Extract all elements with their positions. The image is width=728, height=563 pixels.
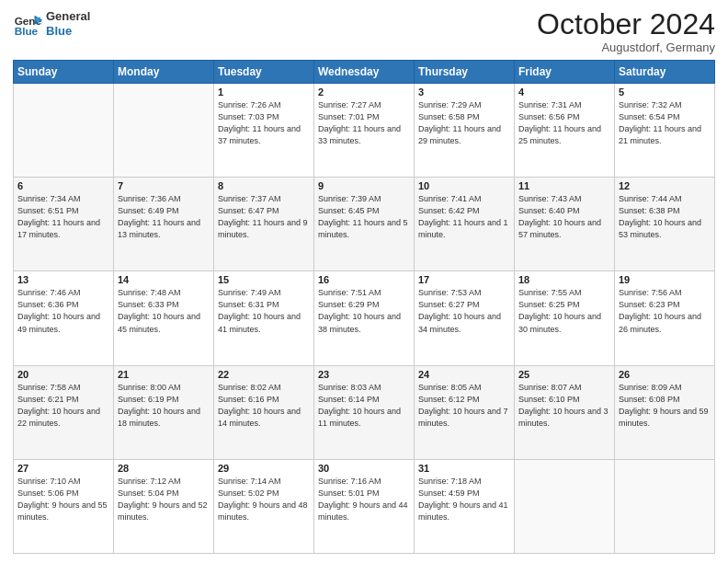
calendar-cell: 11Sunrise: 7:43 AM Sunset: 6:40 PM Dayli… (515, 178, 615, 271)
calendar-cell: 28Sunrise: 7:12 AM Sunset: 5:04 PM Dayli… (114, 459, 214, 553)
day-number: 6 (17, 180, 109, 191)
day-number: 18 (518, 274, 610, 285)
day-info: Sunrise: 7:34 AM Sunset: 6:51 PM Dayligh… (17, 193, 109, 241)
day-number: 30 (318, 463, 410, 474)
day-info: Sunrise: 8:03 AM Sunset: 6:14 PM Dayligh… (318, 382, 410, 430)
location: Augustdorf, Germany (537, 40, 715, 54)
day-number: 17 (418, 274, 510, 285)
calendar-cell: 24Sunrise: 8:05 AM Sunset: 6:12 PM Dayli… (415, 365, 515, 459)
day-info: Sunrise: 7:51 AM Sunset: 6:29 PM Dayligh… (318, 287, 410, 335)
calendar-week-2: 6Sunrise: 7:34 AM Sunset: 6:51 PM Daylig… (14, 178, 715, 271)
calendar-cell: 29Sunrise: 7:14 AM Sunset: 5:02 PM Dayli… (214, 459, 314, 553)
calendar-cell: 31Sunrise: 7:18 AM Sunset: 4:59 PM Dayli… (415, 459, 515, 553)
title-block: October 2024 Augustdorf, Germany (537, 9, 715, 54)
day-info: Sunrise: 7:36 AM Sunset: 6:49 PM Dayligh… (118, 193, 210, 241)
day-info: Sunrise: 7:12 AM Sunset: 5:04 PM Dayligh… (118, 476, 210, 523)
calendar-week-3: 13Sunrise: 7:46 AM Sunset: 6:36 PM Dayli… (14, 271, 715, 365)
calendar-cell (515, 459, 615, 553)
calendar-header-friday: Friday (515, 61, 615, 84)
calendar-cell: 13Sunrise: 7:46 AM Sunset: 6:36 PM Dayli… (14, 271, 114, 365)
day-number: 29 (218, 463, 310, 474)
day-number: 26 (619, 369, 711, 380)
day-info: Sunrise: 7:49 AM Sunset: 6:31 PM Dayligh… (218, 287, 310, 335)
calendar-week-5: 27Sunrise: 7:10 AM Sunset: 5:06 PM Dayli… (14, 459, 715, 553)
logo-blue: Blue (46, 24, 90, 39)
calendar-cell: 7Sunrise: 7:36 AM Sunset: 6:49 PM Daylig… (114, 178, 214, 271)
calendar-cell: 23Sunrise: 8:03 AM Sunset: 6:14 PM Dayli… (314, 365, 415, 459)
day-info: Sunrise: 8:02 AM Sunset: 6:16 PM Dayligh… (218, 382, 310, 430)
day-number: 23 (318, 369, 410, 380)
calendar-cell: 8Sunrise: 7:37 AM Sunset: 6:47 PM Daylig… (214, 178, 314, 271)
day-info: Sunrise: 8:05 AM Sunset: 6:12 PM Dayligh… (418, 382, 510, 430)
day-number: 11 (518, 180, 610, 191)
day-info: Sunrise: 7:29 AM Sunset: 6:58 PM Dayligh… (418, 99, 510, 147)
day-info: Sunrise: 7:55 AM Sunset: 6:25 PM Dayligh… (518, 287, 610, 335)
day-number: 7 (118, 180, 210, 191)
day-info: Sunrise: 7:53 AM Sunset: 6:27 PM Dayligh… (418, 287, 510, 335)
day-number: 19 (619, 274, 711, 285)
calendar-table: SundayMondayTuesdayWednesdayThursdayFrid… (13, 60, 715, 554)
calendar-header-thursday: Thursday (415, 61, 515, 84)
calendar-cell: 26Sunrise: 8:09 AM Sunset: 6:08 PM Dayli… (615, 365, 715, 459)
calendar-header-saturday: Saturday (615, 61, 715, 84)
day-number: 16 (318, 274, 410, 285)
day-number: 31 (418, 463, 510, 474)
day-number: 21 (118, 369, 210, 380)
day-number: 5 (619, 86, 711, 98)
calendar-cell (615, 459, 715, 553)
day-number: 28 (118, 463, 210, 474)
day-number: 8 (218, 180, 310, 191)
calendar-cell (114, 84, 214, 178)
day-number: 14 (118, 274, 210, 285)
calendar-cell: 25Sunrise: 8:07 AM Sunset: 6:10 PM Dayli… (515, 365, 615, 459)
calendar-cell: 5Sunrise: 7:32 AM Sunset: 6:54 PM Daylig… (615, 84, 715, 178)
calendar-cell: 27Sunrise: 7:10 AM Sunset: 5:06 PM Dayli… (14, 459, 114, 553)
calendar-cell: 1Sunrise: 7:26 AM Sunset: 7:03 PM Daylig… (214, 84, 314, 178)
day-info: Sunrise: 7:44 AM Sunset: 6:38 PM Dayligh… (619, 193, 711, 241)
day-number: 25 (518, 369, 610, 380)
day-info: Sunrise: 8:00 AM Sunset: 6:19 PM Dayligh… (118, 382, 210, 430)
day-info: Sunrise: 7:18 AM Sunset: 4:59 PM Dayligh… (418, 476, 510, 523)
day-info: Sunrise: 7:26 AM Sunset: 7:03 PM Dayligh… (218, 99, 310, 147)
calendar-header-monday: Monday (114, 61, 214, 84)
calendar-cell: 18Sunrise: 7:55 AM Sunset: 6:25 PM Dayli… (515, 271, 615, 365)
day-number: 24 (418, 369, 510, 380)
calendar-header-tuesday: Tuesday (214, 61, 314, 84)
day-info: Sunrise: 7:31 AM Sunset: 6:56 PM Dayligh… (518, 99, 610, 147)
day-number: 20 (17, 369, 109, 380)
day-info: Sunrise: 7:32 AM Sunset: 6:54 PM Dayligh… (619, 99, 711, 147)
day-number: 13 (17, 274, 109, 285)
calendar-cell: 2Sunrise: 7:27 AM Sunset: 7:01 PM Daylig… (314, 84, 415, 178)
calendar-cell: 4Sunrise: 7:31 AM Sunset: 6:56 PM Daylig… (515, 84, 615, 178)
day-info: Sunrise: 8:09 AM Sunset: 6:08 PM Dayligh… (619, 382, 711, 430)
day-info: Sunrise: 7:37 AM Sunset: 6:47 PM Dayligh… (218, 193, 310, 241)
calendar-cell: 19Sunrise: 7:56 AM Sunset: 6:23 PM Dayli… (615, 271, 715, 365)
logo-general: General (46, 9, 90, 24)
day-number: 4 (518, 86, 610, 98)
calendar-cell: 6Sunrise: 7:34 AM Sunset: 6:51 PM Daylig… (14, 178, 114, 271)
calendar-cell: 17Sunrise: 7:53 AM Sunset: 6:27 PM Dayli… (415, 271, 515, 365)
day-info: Sunrise: 7:46 AM Sunset: 6:36 PM Dayligh… (17, 287, 109, 335)
day-number: 15 (218, 274, 310, 285)
calendar-cell: 16Sunrise: 7:51 AM Sunset: 6:29 PM Dayli… (314, 271, 415, 365)
day-info: Sunrise: 7:43 AM Sunset: 6:40 PM Dayligh… (518, 193, 610, 241)
calendar-cell: 9Sunrise: 7:39 AM Sunset: 6:45 PM Daylig… (314, 178, 415, 271)
calendar-header-wednesday: Wednesday (314, 61, 415, 84)
calendar-cell: 22Sunrise: 8:02 AM Sunset: 6:16 PM Dayli… (214, 365, 314, 459)
month-title: October 2024 (537, 9, 715, 39)
day-info: Sunrise: 7:27 AM Sunset: 7:01 PM Dayligh… (318, 99, 410, 147)
day-number: 10 (418, 180, 510, 191)
day-info: Sunrise: 7:10 AM Sunset: 5:06 PM Dayligh… (17, 476, 109, 523)
day-number: 9 (318, 180, 410, 191)
calendar-header-row: SundayMondayTuesdayWednesdayThursdayFrid… (14, 61, 715, 84)
calendar-cell: 10Sunrise: 7:41 AM Sunset: 6:42 PM Dayli… (415, 178, 515, 271)
calendar-cell: 15Sunrise: 7:49 AM Sunset: 6:31 PM Dayli… (214, 271, 314, 365)
header: General Blue General Blue October 2024 A… (13, 9, 715, 54)
day-info: Sunrise: 8:07 AM Sunset: 6:10 PM Dayligh… (518, 382, 610, 430)
day-info: Sunrise: 7:48 AM Sunset: 6:33 PM Dayligh… (118, 287, 210, 335)
day-number: 3 (418, 86, 510, 98)
svg-text:Blue: Blue (15, 25, 39, 37)
calendar-cell: 14Sunrise: 7:48 AM Sunset: 6:33 PM Dayli… (114, 271, 214, 365)
day-info: Sunrise: 7:39 AM Sunset: 6:45 PM Dayligh… (318, 193, 410, 241)
day-info: Sunrise: 7:16 AM Sunset: 5:01 PM Dayligh… (318, 476, 410, 523)
